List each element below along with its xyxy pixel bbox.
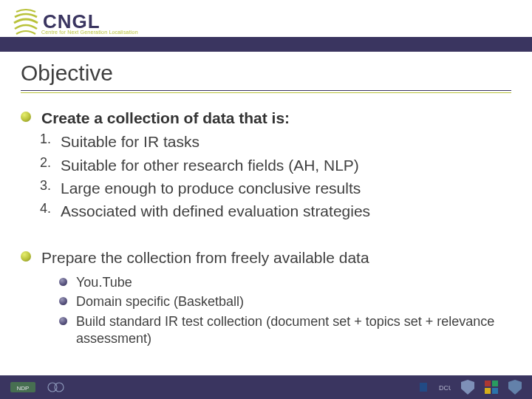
list-item: 1. Suitable for IR tasks: [40, 132, 511, 152]
subitem-text: Build standard IR test collection (docum…: [76, 313, 511, 348]
section1-numbered-list: 1. Suitable for IR tasks 2. Suitable for…: [40, 132, 511, 222]
title-underline: [21, 90, 511, 95]
subitem-text: Domain specific (Basketball): [76, 293, 244, 310]
section1-lead-row: Create a collection of data that is:: [21, 108, 511, 129]
item-text: Large enough to produce conclusive resul…: [61, 178, 361, 199]
item-number: 4.: [40, 201, 61, 222]
svg-point-3: [55, 383, 64, 392]
section2-sublist: You.Tube Domain specific (Basketball) Bu…: [59, 274, 511, 348]
svg-rect-4: [420, 383, 427, 392]
svg-text:DCU: DCU: [439, 384, 451, 392]
sfi-logo-icon: [46, 381, 68, 394]
subitem-text: You.Tube: [76, 274, 132, 291]
slide-title: Objective: [21, 61, 511, 86]
section2-lead: Prepare the collection from freely avail…: [41, 248, 369, 268]
header-bar: [0, 37, 532, 52]
sub-bullet-orb-icon: [59, 297, 67, 305]
list-item: Build standard IR test collection (docum…: [59, 313, 511, 348]
item-number: 2.: [40, 155, 61, 176]
bullet-orb-icon: [21, 112, 31, 122]
footer-right-logos: DCU: [418, 381, 522, 394]
list-item: 2. Suitable for other research fields (A…: [40, 155, 511, 176]
item-text: Suitable for IR tasks: [61, 132, 200, 152]
logo-subtitle: Centre for Next Generation Localisation: [41, 30, 138, 35]
item-text: Suitable for other research fields (AH, …: [61, 155, 359, 176]
item-text: Associated with defined evaluation strat…: [61, 201, 370, 222]
item-number: 3.: [40, 178, 61, 199]
sub-bullet-orb-icon: [59, 278, 67, 286]
tcd-shield-icon: [461, 381, 474, 394]
footer-left-logos: NDP: [10, 381, 68, 394]
ucd-shield-icon: [508, 381, 522, 394]
svg-text:NDP: NDP: [17, 385, 30, 392]
slide-header: CNGL Centre for Next Generation Localisa…: [0, 0, 532, 53]
ndp-logo-icon: NDP: [10, 381, 35, 394]
logo-waves-icon: [13, 7, 38, 35]
item-number: 1.: [40, 132, 61, 152]
section2-lead-row: Prepare the collection from freely avail…: [21, 248, 511, 268]
section1-lead: Create a collection of data that is:: [41, 108, 290, 129]
list-item: Domain specific (Basketball): [59, 293, 511, 310]
ul-grid-icon: [485, 381, 498, 394]
dcu-logo-icon: DCU: [418, 381, 451, 394]
list-item: You.Tube: [59, 274, 511, 291]
slide-footer: NDP DCU: [0, 375, 532, 399]
sub-bullet-orb-icon: [59, 317, 67, 325]
list-item: 3. Large enough to produce conclusive re…: [40, 178, 511, 199]
slide-content: Objective Create a collection of data th…: [0, 53, 532, 348]
bullet-orb-icon: [21, 251, 31, 262]
section2: Prepare the collection from freely avail…: [21, 248, 511, 348]
list-item: 4. Associated with defined evaluation st…: [40, 201, 511, 222]
